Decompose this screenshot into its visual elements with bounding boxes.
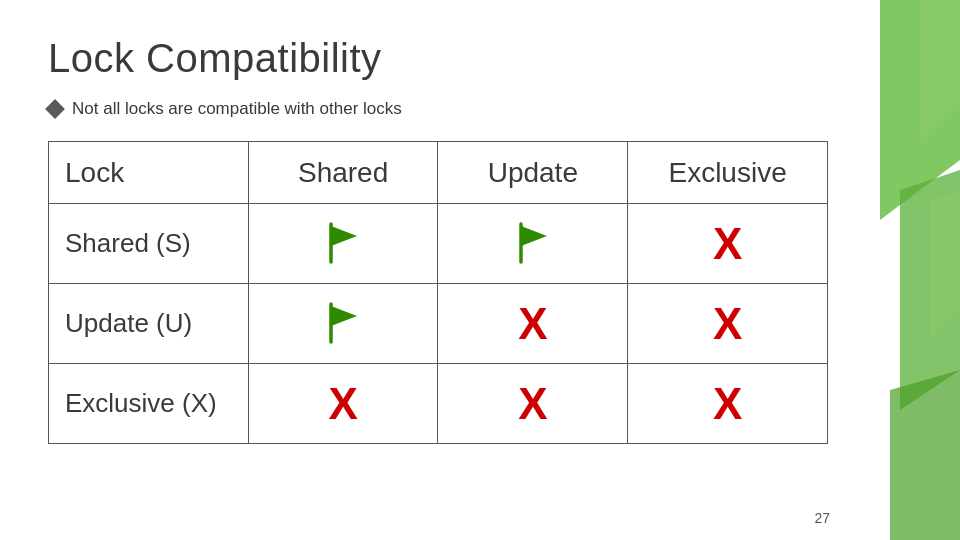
x-icon: X bbox=[713, 379, 742, 428]
compatibility-table: Lock Shared Update Exclusive Shared (S) bbox=[48, 141, 828, 444]
cell-update-2: X bbox=[438, 364, 628, 444]
check-icon bbox=[509, 218, 557, 270]
cell-shared-1 bbox=[248, 284, 438, 364]
cell-update-1: X bbox=[438, 284, 628, 364]
lock-label: Shared (S) bbox=[65, 228, 191, 258]
cell-exclusive-1: X bbox=[628, 284, 828, 364]
bullet-row: Not all locks are compatible with other … bbox=[48, 99, 912, 119]
cell-lock-1: Update (U) bbox=[49, 284, 249, 364]
cell-exclusive-2: X bbox=[628, 364, 828, 444]
lock-label: Exclusive (X) bbox=[65, 388, 217, 418]
table-header-row: Lock Shared Update Exclusive bbox=[49, 142, 828, 204]
cell-exclusive-0: X bbox=[628, 204, 828, 284]
cell-update-0 bbox=[438, 204, 628, 284]
header-lock: Lock bbox=[49, 142, 249, 204]
check-icon bbox=[319, 298, 367, 350]
cell-lock-0: Shared (S) bbox=[49, 204, 249, 284]
x-icon: X bbox=[518, 299, 547, 348]
bullet-icon bbox=[45, 99, 65, 119]
header-exclusive: Exclusive bbox=[628, 142, 828, 204]
table-row: Shared (S) bbox=[49, 204, 828, 284]
bullet-text: Not all locks are compatible with other … bbox=[72, 99, 402, 119]
table-row: Update (U) XX bbox=[49, 284, 828, 364]
cell-shared-0 bbox=[248, 204, 438, 284]
x-icon: X bbox=[713, 299, 742, 348]
main-content: Lock Compatibility Not all locks are com… bbox=[0, 0, 960, 464]
page-number: 27 bbox=[814, 510, 830, 526]
header-shared: Shared bbox=[248, 142, 438, 204]
cell-lock-2: Exclusive (X) bbox=[49, 364, 249, 444]
check-icon bbox=[319, 218, 367, 270]
x-icon: X bbox=[328, 379, 357, 428]
cell-shared-2: X bbox=[248, 364, 438, 444]
x-icon: X bbox=[713, 219, 742, 268]
x-icon: X bbox=[518, 379, 547, 428]
page-title: Lock Compatibility bbox=[48, 36, 912, 81]
lock-label: Update (U) bbox=[65, 308, 192, 338]
table-row: Exclusive (X)XXX bbox=[49, 364, 828, 444]
header-update: Update bbox=[438, 142, 628, 204]
